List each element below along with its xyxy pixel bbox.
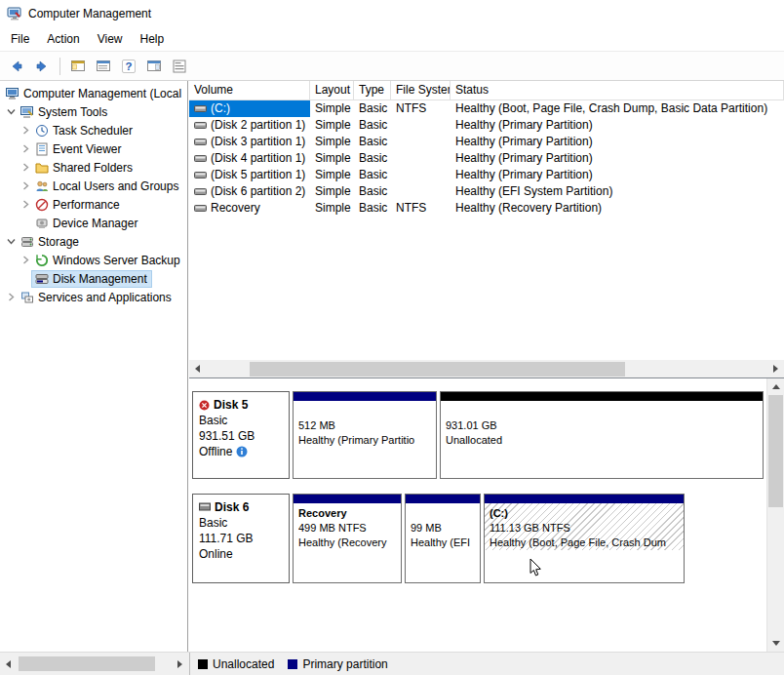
scroll-down-button[interactable] xyxy=(767,635,784,652)
hscrollbar-thumb[interactable] xyxy=(19,656,155,671)
event-viewer-icon xyxy=(34,142,49,156)
tree-item-device-manager[interactable]: Device Manager xyxy=(0,214,187,232)
volume-icon xyxy=(194,203,207,214)
legend-item-primary-partition: Primary partition xyxy=(288,657,387,671)
chevron-right-icon[interactable] xyxy=(5,291,18,303)
chevron-right-icon[interactable] xyxy=(20,161,32,174)
volume-type: Basic xyxy=(354,150,391,167)
volume-status: Healthy (Primary Partition) xyxy=(451,117,784,134)
tree-item-event-viewer[interactable]: Event Viewer xyxy=(0,139,187,158)
volume-name: (Disk 6 partition 2) xyxy=(211,183,305,200)
vscrollbar-thumb[interactable] xyxy=(768,395,783,507)
volume-layout: Simple xyxy=(310,183,354,200)
chevron-right-icon[interactable] xyxy=(20,179,32,192)
volume-row[interactable]: (Disk 4 partition 1) Simple Basic Health… xyxy=(189,150,784,167)
disk-state: Offline xyxy=(199,444,232,459)
disk-5-header[interactable]: Disk 5 Basic 931.51 GB Offline xyxy=(192,391,290,479)
volume-type: Basic xyxy=(354,134,391,150)
chevron-right-icon[interactable] xyxy=(20,142,32,155)
volume-name: Recovery xyxy=(211,200,260,217)
disk-icon xyxy=(199,502,211,512)
tree-indent-spacer xyxy=(20,272,32,285)
chevron-right-icon[interactable] xyxy=(20,254,32,266)
titlebar[interactable]: Computer Management xyxy=(0,0,784,27)
tree-item-label: Services and Applications xyxy=(38,291,174,304)
volume-layout: Simple xyxy=(310,200,354,217)
column-header-layout[interactable]: Layout xyxy=(310,81,354,99)
hscrollbar-thumb[interactable] xyxy=(250,362,625,377)
volume-row[interactable]: (Disk 6 partition 2) Simple Basic Health… xyxy=(189,183,784,200)
disk-view-vscrollbar[interactable] xyxy=(766,378,784,652)
menu-view[interactable]: View xyxy=(89,27,132,51)
vscrollbar-track[interactable] xyxy=(767,395,784,635)
properties-button[interactable] xyxy=(168,55,191,78)
partition-disk6-recovery[interactable]: Recovery 499 MB NTFS Healthy (Recovery xyxy=(293,494,402,583)
disk-6-header[interactable]: Disk 6 Basic 111.71 GB Online xyxy=(192,494,290,583)
info-icon[interactable] xyxy=(236,446,248,457)
column-header-file-system[interactable]: File System xyxy=(391,81,451,99)
volume-status: Healthy (Primary Partition) xyxy=(451,150,784,167)
volume-row[interactable]: (Disk 5 partition 1) Simple Basic Health… xyxy=(189,167,784,183)
partition-disk6-c-drive[interactable]: (C:) 111.13 GB NTFS Healthy (Boot, Page … xyxy=(484,494,685,583)
volume-icon xyxy=(194,103,207,114)
primary-partition-color-bar xyxy=(294,392,436,401)
volume-list-hscrollbar[interactable] xyxy=(189,360,784,377)
scroll-right-button[interactable] xyxy=(767,361,784,377)
tree-item-storage[interactable]: Storage xyxy=(0,232,187,251)
menu-file[interactable]: File xyxy=(2,27,38,51)
partition-label xyxy=(298,404,431,418)
scroll-left-button[interactable] xyxy=(0,655,17,672)
tree-item-shared-folders[interactable]: Shared Folders xyxy=(0,158,187,177)
volume-row[interactable]: (Disk 2 partition 1) Simple Basic Health… xyxy=(189,117,784,134)
disk-kind: Basic xyxy=(199,515,283,531)
primary-partition-color-bar xyxy=(485,495,684,503)
tree-item-label: Storage xyxy=(38,235,81,249)
volume-table-header: Volume Layout Type File System Status xyxy=(189,81,784,100)
partition-disk6-efi[interactable]: 99 MB Healthy (EFI xyxy=(405,494,481,583)
tree-item-windows-server-backup[interactable]: Windows Server Backup xyxy=(0,251,187,269)
tree-item-label: Shared Folders xyxy=(53,161,135,175)
show-action-pane-button[interactable] xyxy=(142,55,166,78)
hscrollbar-track[interactable] xyxy=(206,361,767,377)
volume-row[interactable]: (Disk 3 partition 1) Simple Basic Health… xyxy=(189,134,784,150)
partition-disk5-unallocated[interactable]: 931.01 GB Unallocated xyxy=(440,391,764,479)
column-header-volume[interactable]: Volume xyxy=(189,81,310,99)
tree-item-disk-management[interactable]: Disk Management xyxy=(0,269,187,288)
chevron-right-icon[interactable] xyxy=(20,124,32,137)
chevron-down-icon[interactable] xyxy=(5,235,18,248)
disk-size: 931.51 GB xyxy=(199,428,283,444)
help-button[interactable]: ? xyxy=(117,55,140,78)
export-list-button[interactable] xyxy=(92,55,115,78)
tree-hscrollbar[interactable] xyxy=(0,655,188,672)
volume-status: Healthy (EFI System Partition) xyxy=(451,183,784,200)
show-console-tree-button[interactable] xyxy=(66,55,90,78)
volume-fs xyxy=(391,150,451,167)
chevron-right-icon[interactable] xyxy=(20,198,32,211)
tree-item-label: Windows Server Backup xyxy=(53,254,182,267)
menu-help[interactable]: Help xyxy=(132,27,174,51)
scroll-up-button[interactable] xyxy=(767,378,784,395)
tree-item-computer-management[interactable]: Computer Management (Local xyxy=(0,84,187,102)
chevron-down-icon[interactable] xyxy=(5,105,18,118)
tree-item-local-users-and-groups[interactable]: Local Users and Groups xyxy=(0,177,187,195)
partition-label: (C:) xyxy=(490,506,679,521)
svg-text:?: ? xyxy=(125,60,132,72)
volume-name: (Disk 5 partition 1) xyxy=(211,167,305,183)
column-header-type[interactable]: Type xyxy=(354,81,391,99)
volume-row[interactable]: Recovery Simple Basic NTFS Healthy (Reco… xyxy=(189,200,784,217)
volume-status: Healthy (Primary Partition) xyxy=(451,134,784,150)
partition-disk5-primary[interactable]: 512 MB Healthy (Primary Partitio xyxy=(293,391,437,479)
back-button[interactable] xyxy=(5,55,28,78)
scroll-left-button[interactable] xyxy=(189,361,206,377)
scroll-right-button[interactable] xyxy=(172,655,188,672)
tree-item-services-and-applications[interactable]: Services and Applications xyxy=(0,288,187,306)
volume-row[interactable]: (C:) Simple Basic NTFS Healthy (Boot, Pa… xyxy=(189,100,784,117)
tree-item-label: Event Viewer xyxy=(53,142,123,156)
hscrollbar-track[interactable] xyxy=(17,655,172,672)
tree-item-task-scheduler[interactable]: Task Scheduler xyxy=(0,121,187,139)
tree-item-performance[interactable]: Performance xyxy=(0,195,187,214)
tree-item-system-tools[interactable]: System Tools xyxy=(0,102,187,121)
forward-button[interactable] xyxy=(30,55,54,78)
column-header-status[interactable]: Status xyxy=(451,81,784,99)
menu-action[interactable]: Action xyxy=(38,27,88,51)
